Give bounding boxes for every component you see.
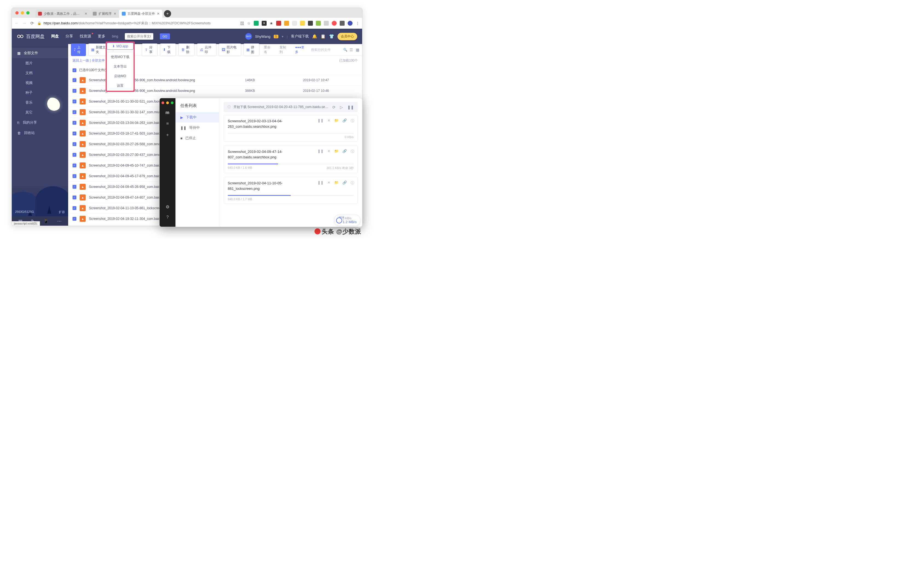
ext-icon-4[interactable] — [284, 21, 289, 26]
sidebar-item[interactable]: ⎘我的分享 — [12, 117, 68, 128]
ext-icon-1[interactable] — [254, 21, 259, 26]
menu-icon[interactable]: ≡ — [166, 121, 169, 126]
link-icon[interactable]: 🔗 — [342, 180, 347, 185]
bell-icon[interactable]: 🔔 — [312, 34, 317, 39]
close-window-icon[interactable] — [161, 102, 164, 104]
sidebar-item[interactable]: 文档 — [12, 68, 68, 78]
info-icon[interactable]: ⓘ — [351, 118, 354, 123]
ext-icon-3[interactable] — [276, 21, 281, 26]
help-icon[interactable]: ？ — [165, 215, 170, 220]
user-name[interactable]: ShyWang — [255, 34, 271, 39]
ext-icon-9[interactable] — [324, 21, 329, 26]
clipboard-icon[interactable]: 📋 — [320, 34, 326, 39]
mo-menu-item[interactable]: 文本导出 — [107, 62, 133, 71]
baidu-logo[interactable]: 百度网盘 — [17, 33, 44, 40]
refresh-icon[interactable]: ⟳ — [332, 105, 336, 110]
upload-button[interactable]: ⤴上传 — [71, 44, 86, 56]
sidebar-item[interactable]: 图片 — [12, 58, 68, 68]
file-checkbox[interactable]: ✓ — [72, 89, 76, 93]
list-view-icon[interactable]: ☰ — [350, 47, 353, 52]
chrome-tab[interactable]: 少数派 - 高效工作，品质生活✕ — [35, 10, 90, 18]
play-icon[interactable]: ▷ — [340, 105, 343, 110]
close-tab-icon[interactable]: ✕ — [157, 12, 159, 16]
link-icon[interactable]: 🔗 — [342, 149, 347, 154]
maximize-window-icon[interactable] — [171, 102, 174, 104]
file-checkbox[interactable]: ✓ — [72, 131, 76, 135]
pause-icon[interactable]: ❚❚ — [317, 118, 324, 123]
sidebar-item[interactable]: 视频 — [12, 78, 68, 88]
address-bar[interactable]: 🔒 https://pan.baidu.com/disk/home?#/all?… — [37, 21, 237, 26]
close-icon[interactable]: ✕ — [327, 180, 330, 185]
grid-view-icon[interactable]: ▦ — [356, 47, 360, 52]
close-window-icon[interactable] — [15, 11, 19, 15]
ext-icon-5[interactable] — [292, 21, 297, 26]
cloud-print-button[interactable]: 🖨云冲印 — [197, 44, 216, 56]
motrix-task[interactable]: Screenshot_2019-02-03-13-04-04-263_com.b… — [223, 115, 358, 142]
ext-icon-11[interactable] — [340, 21, 345, 26]
chrome-tab[interactable]: 百度网盘-全部文件✕ — [119, 10, 162, 18]
file-checkbox[interactable]: ✓ — [72, 174, 76, 178]
file-search-input[interactable] — [311, 48, 341, 52]
ext-icon-7[interactable] — [308, 21, 313, 26]
motrix-category[interactable]: ❚❚等待中 — [176, 123, 219, 133]
baidu-public-search[interactable] — [125, 33, 153, 40]
close-tab-icon[interactable]: ✕ — [113, 12, 116, 16]
nav-item[interactable]: 找资源 — [80, 33, 91, 39]
mo-menu-item[interactable]: 使用MO下载 — [107, 52, 133, 62]
folder-icon[interactable]: 📁 — [334, 118, 338, 123]
copy-to-button[interactable]: 复制到 — [277, 44, 291, 56]
file-checkbox[interactable]: ✓ — [72, 195, 76, 199]
key-icon[interactable]: ⚿ — [240, 21, 244, 25]
file-checkbox[interactable]: ✓ — [72, 206, 76, 210]
file-checkbox[interactable]: ✓ — [72, 78, 76, 82]
reload-button[interactable]: ⟳ — [30, 21, 34, 26]
file-checkbox[interactable]: ✓ — [72, 121, 76, 125]
mo-menu-item[interactable]: 设置 — [107, 81, 133, 90]
sidebar-item[interactable]: 🗑回收站 — [12, 128, 68, 138]
pause-icon[interactable]: ❚❚ — [317, 149, 324, 154]
folder-icon[interactable]: 📁 — [334, 149, 338, 154]
pause-icon[interactable]: ❚❚ — [317, 180, 324, 185]
download-button[interactable]: ⬇下载 — [160, 44, 176, 56]
ext-icon-10[interactable] — [332, 21, 337, 26]
sidebar-item[interactable]: 种子 — [12, 88, 68, 98]
star-icon[interactable]: ☆ — [247, 21, 251, 25]
dock-icon[interactable]: ⋯ — [57, 218, 62, 224]
photo-movie-button[interactable]: 🖼照片电影 — [219, 44, 241, 56]
motrix-category[interactable]: ■已停止 — [176, 133, 219, 143]
client-download-link[interactable]: 客户端下载 — [291, 34, 309, 39]
file-checkbox[interactable]: ✓ — [72, 185, 76, 189]
chrome-menu-icon[interactable]: ⋮ — [356, 21, 360, 25]
link-icon[interactable]: 🔗 — [342, 118, 347, 123]
delete-button[interactable]: 🗑删除 — [178, 44, 195, 56]
close-tab-icon[interactable]: ✕ — [85, 12, 87, 16]
pause-icon[interactable]: ❚❚ — [347, 105, 354, 110]
member-center-button[interactable]: 会员中心 — [338, 33, 357, 40]
nav-item[interactable]: 网盘 — [51, 33, 59, 39]
info-icon[interactable]: ⓘ — [351, 180, 354, 185]
file-checkbox[interactable]: ✓ — [72, 153, 76, 157]
new-tab-button[interactable]: ＋ — [164, 10, 171, 17]
sidebar-item[interactable]: ▦全部文件 — [12, 48, 68, 58]
window-traffic-lights[interactable] — [15, 11, 30, 15]
nav-item[interactable]: 分享 — [66, 33, 73, 39]
info-icon[interactable]: ⓘ — [351, 149, 354, 154]
dock-icon[interactable]: 📱 — [43, 218, 49, 224]
search-icon[interactable]: 🔍 — [343, 48, 347, 52]
folder-icon[interactable]: 📁 — [334, 180, 338, 185]
settings-icon[interactable]: ⚙ — [166, 204, 169, 210]
mo-app-button[interactable]: ⬇MO.app — [107, 43, 133, 50]
motrix-traffic-lights[interactable] — [161, 102, 174, 104]
motrix-task[interactable]: Screenshot_2019-02-04-11-10-05-861_locks… — [223, 177, 358, 204]
minimize-window-icon[interactable] — [166, 102, 169, 104]
motrix-category[interactable]: ▶下载中 — [176, 112, 219, 123]
ext-icon-2[interactable]: ▾ — [262, 21, 267, 26]
file-checkbox[interactable]: ✓ — [72, 217, 76, 221]
file-checkbox[interactable]: ✓ — [72, 100, 76, 103]
sidebar-item[interactable]: 其它 — [12, 108, 68, 117]
file-checkbox[interactable]: ✓ — [72, 164, 76, 167]
speed-indicator[interactable]: MAX 0 KB/s 1.2 MB/s — [334, 215, 360, 226]
select-all-checkbox[interactable]: ✓ — [72, 68, 76, 72]
tshirt-icon[interactable]: 👕 — [329, 34, 334, 39]
chrome-tab[interactable]: 扩展程序✕ — [90, 10, 119, 18]
